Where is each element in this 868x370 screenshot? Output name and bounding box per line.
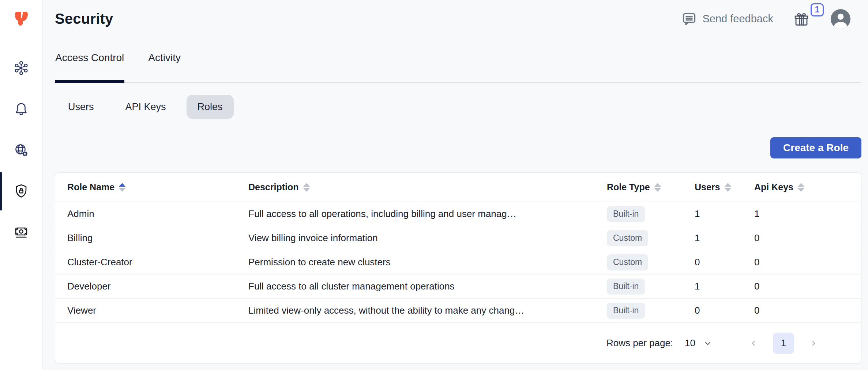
sort-icon xyxy=(654,183,661,192)
subtab-api-keys[interactable]: API Keys xyxy=(114,95,177,119)
rows-per-page-value: 10 xyxy=(685,337,695,349)
subtab-bar: Users API Keys Roles xyxy=(57,95,861,119)
pagination: Rows per page: 10 1 xyxy=(55,323,861,363)
cell-api-keys: 1 xyxy=(754,208,861,220)
chevron-down-icon xyxy=(703,339,712,348)
column-header-description[interactable]: Description xyxy=(248,182,607,193)
current-page-button[interactable]: 1 xyxy=(773,333,794,354)
cell-role-type: Built-in xyxy=(607,206,695,222)
cell-api-keys: 0 xyxy=(754,281,861,292)
send-feedback-label: Send feedback xyxy=(703,13,773,25)
table-body: AdminFull access to all operations, incl… xyxy=(55,202,861,323)
bell-icon xyxy=(12,100,30,118)
cell-role-type: Built-in xyxy=(607,303,695,319)
avatar[interactable] xyxy=(831,9,850,29)
main-content: Security Send feedback xyxy=(43,0,868,370)
banknote-icon xyxy=(12,223,30,241)
gift-icon xyxy=(793,11,810,27)
globe-gear-icon xyxy=(12,141,30,159)
cell-api-keys: 0 xyxy=(754,232,861,244)
topbar: Security Send feedback xyxy=(55,0,861,38)
sort-icon xyxy=(303,183,310,192)
column-header-role-name[interactable]: Role Name xyxy=(67,182,248,193)
sidebar-item-security[interactable] xyxy=(12,182,30,200)
gift-badge: 1 xyxy=(811,3,824,16)
tab-bar: Access Control Activity xyxy=(55,38,861,83)
sidebar-item-network[interactable] xyxy=(12,141,30,159)
user-silhouette-icon xyxy=(831,9,850,29)
chevron-right-icon xyxy=(809,339,818,347)
column-header-api-keys[interactable]: Api Keys xyxy=(754,182,861,193)
topbar-actions: Send feedback 1 xyxy=(681,9,850,29)
cell-users: 0 xyxy=(695,257,754,268)
role-type-badge: Built-in xyxy=(607,206,645,222)
column-header-users[interactable]: Users xyxy=(695,182,754,193)
role-type-badge: Built-in xyxy=(607,279,645,295)
role-type-badge: Custom xyxy=(607,230,648,246)
brand-logo-icon xyxy=(12,9,31,28)
tab-activity[interactable]: Activity xyxy=(148,52,181,82)
sidebar-item-billing[interactable] xyxy=(12,223,30,241)
page-title: Security xyxy=(55,11,681,27)
cell-users: 1 xyxy=(695,281,754,292)
roles-table-card: Role Name Description Role Type Users Ap… xyxy=(55,172,861,364)
subtab-users[interactable]: Users xyxy=(57,95,105,119)
cell-users: 0 xyxy=(695,305,754,316)
cell-role-name: Developer xyxy=(67,281,248,292)
cell-role-name: Admin xyxy=(67,208,248,220)
sidebar xyxy=(0,0,43,370)
yugabyte-logo[interactable] xyxy=(12,9,31,28)
cell-role-name: Billing xyxy=(67,232,248,244)
send-feedback-button[interactable]: Send feedback xyxy=(681,11,773,27)
sidebar-item-clusters[interactable] xyxy=(12,59,30,77)
app-root: Security Send feedback xyxy=(0,0,868,370)
role-type-badge: Custom xyxy=(607,254,648,270)
cell-description: Full access to all cluster management op… xyxy=(248,281,607,292)
shield-lock-icon xyxy=(12,182,30,200)
cell-users: 1 xyxy=(695,232,754,244)
cell-api-keys: 0 xyxy=(754,305,861,316)
rows-per-page-select[interactable]: 10 xyxy=(685,337,712,349)
table-row[interactable]: AdminFull access to all operations, incl… xyxy=(55,202,861,226)
sort-icon xyxy=(798,183,804,192)
table-row[interactable]: DeveloperFull access to all cluster mana… xyxy=(55,274,861,299)
subtab-roles[interactable]: Roles xyxy=(187,95,234,119)
role-type-badge: Built-in xyxy=(607,303,645,319)
table-header: Role Name Description Role Type Users Ap… xyxy=(55,173,861,202)
sort-icon xyxy=(725,183,731,192)
feedback-icon xyxy=(681,11,697,27)
network-nodes-icon xyxy=(12,59,30,77)
cell-description: Full access to all operations, including… xyxy=(248,208,607,220)
sort-icon xyxy=(119,183,125,192)
table-row[interactable]: ViewerLimited view-only access, without … xyxy=(55,299,861,323)
sidebar-item-alerts[interactable] xyxy=(12,100,30,118)
cell-role-type: Custom xyxy=(607,254,695,270)
cell-role-type: Custom xyxy=(607,230,695,246)
cell-role-name: Cluster-Creator xyxy=(67,257,248,268)
gift-button[interactable]: 1 xyxy=(793,11,810,27)
table-row[interactable]: BillingView billing invoice informationC… xyxy=(55,226,861,250)
column-header-role-type[interactable]: Role Type xyxy=(607,182,695,193)
tab-access-control[interactable]: Access Control xyxy=(55,52,124,82)
cell-description: Permission to create new clusters xyxy=(248,257,607,268)
active-nav-indicator xyxy=(0,172,2,210)
chevron-left-icon xyxy=(749,339,758,347)
cell-role-type: Built-in xyxy=(607,279,695,295)
rows-per-page-label: Rows per page: xyxy=(606,337,673,349)
previous-page-button[interactable] xyxy=(747,337,760,350)
next-page-button[interactable] xyxy=(807,337,820,350)
create-role-button[interactable]: Create a Role xyxy=(770,137,861,158)
sidebar-nav xyxy=(12,59,30,241)
cell-description: Limited view-only access, without the ab… xyxy=(248,305,607,316)
cell-role-name: Viewer xyxy=(67,305,248,316)
actions-row: Create a Role xyxy=(55,137,861,158)
cell-api-keys: 0 xyxy=(754,257,861,268)
table-row[interactable]: Cluster-CreatorPermission to create new … xyxy=(55,250,861,274)
cell-description: View billing invoice information xyxy=(248,232,607,244)
cell-users: 1 xyxy=(695,208,754,220)
